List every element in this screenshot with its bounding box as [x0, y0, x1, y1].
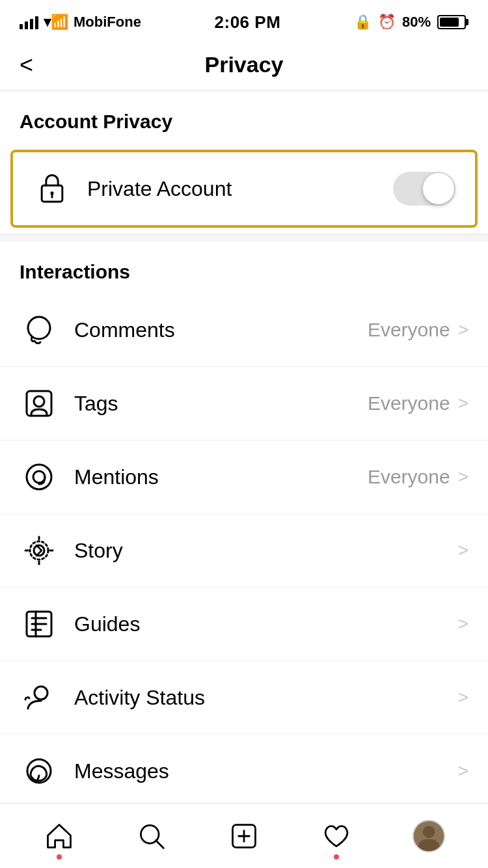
svg-rect-4 — [27, 391, 51, 416]
guides-item[interactable]: Guides > — [0, 588, 488, 661]
activity-status-item[interactable]: Activity Status > — [0, 661, 488, 735]
search-icon — [137, 821, 167, 851]
avatar — [413, 820, 445, 852]
activity-status-chevron-icon: > — [458, 687, 468, 708]
mentions-icon — [20, 457, 59, 496]
messages-item[interactable]: Messages > — [0, 735, 488, 808]
lock-status-icon: 🔒 — [354, 14, 372, 31]
messages-chevron-icon: > — [458, 761, 468, 781]
activity-dot — [334, 854, 339, 860]
nav-activity[interactable] — [304, 810, 369, 862]
back-icon: < — [20, 51, 33, 79]
svg-point-6 — [27, 465, 51, 489]
carrier-name: MobiFone — [74, 14, 141, 31]
home-icon — [44, 821, 74, 851]
guides-chevron-icon: > — [458, 614, 468, 634]
svg-point-3 — [28, 317, 50, 339]
activity-status-icon — [20, 678, 59, 717]
story-label: Story — [74, 539, 458, 563]
tags-label: Tags — [74, 392, 368, 416]
nav-profile[interactable] — [396, 810, 461, 862]
comments-item[interactable]: Comments Everyone > — [0, 293, 488, 367]
status-time: 2:06 PM — [215, 12, 281, 33]
tags-chevron-icon: > — [458, 393, 468, 414]
page-title: Privacy — [205, 52, 284, 77]
new-post-icon — [229, 821, 259, 851]
battery-icon — [437, 15, 468, 29]
status-right: 🔒 ⏰ 80% — [354, 14, 468, 31]
nav-home[interactable] — [27, 810, 92, 862]
account-privacy-section-header: Account Privacy — [0, 91, 488, 143]
guides-label: Guides — [74, 612, 458, 636]
tags-icon — [20, 384, 59, 423]
story-item[interactable]: Story > — [0, 514, 488, 588]
mentions-item[interactable]: Mentions Everyone > — [0, 441, 488, 514]
interactions-section-header: Interactions — [0, 241, 488, 293]
section-divider — [0, 235, 488, 241]
activity-status-label: Activity Status — [74, 686, 458, 710]
story-icon — [20, 531, 59, 570]
guides-icon — [20, 604, 59, 644]
status-bar: ▾︎📶 MobiFone 2:06 PM 🔒 ⏰ 80% — [0, 0, 488, 39]
comments-value: Everyone — [368, 319, 450, 341]
signal-bars-icon — [20, 15, 38, 29]
private-account-label: Private Account — [87, 177, 393, 201]
svg-point-19 — [34, 686, 47, 699]
comments-label: Comments — [74, 318, 368, 342]
heart-icon — [321, 821, 351, 851]
svg-point-8 — [30, 541, 48, 560]
lock-icon — [33, 169, 72, 208]
nav-new-post[interactable] — [211, 810, 277, 862]
messages-label: Messages — [74, 759, 458, 783]
comments-icon — [20, 310, 59, 349]
svg-line-25 — [156, 840, 163, 848]
story-chevron-icon: > — [458, 540, 468, 561]
toggle-knob — [423, 173, 454, 204]
nav-search[interactable] — [119, 810, 184, 862]
home-dot — [57, 854, 62, 860]
messages-icon — [20, 752, 59, 791]
alarm-icon: ⏰ — [378, 14, 396, 31]
nav-header: < Privacy — [0, 39, 488, 91]
mentions-chevron-icon: > — [458, 467, 468, 487]
svg-point-5 — [34, 396, 44, 407]
private-account-toggle[interactable] — [393, 172, 455, 206]
status-left: ▾︎📶 MobiFone — [20, 14, 141, 31]
bottom-nav — [0, 803, 488, 868]
battery-percent: 80% — [402, 14, 431, 31]
svg-point-30 — [423, 826, 435, 837]
tags-value: Everyone — [368, 392, 450, 414]
wifi-icon: ▾︎📶 — [44, 14, 68, 31]
back-button[interactable]: < — [20, 51, 33, 79]
tags-item[interactable]: Tags Everyone > — [0, 367, 488, 441]
comments-chevron-icon: > — [458, 319, 468, 340]
mentions-value: Everyone — [368, 466, 450, 488]
mentions-label: Mentions — [74, 465, 368, 489]
private-account-item[interactable]: Private Account — [10, 150, 478, 228]
